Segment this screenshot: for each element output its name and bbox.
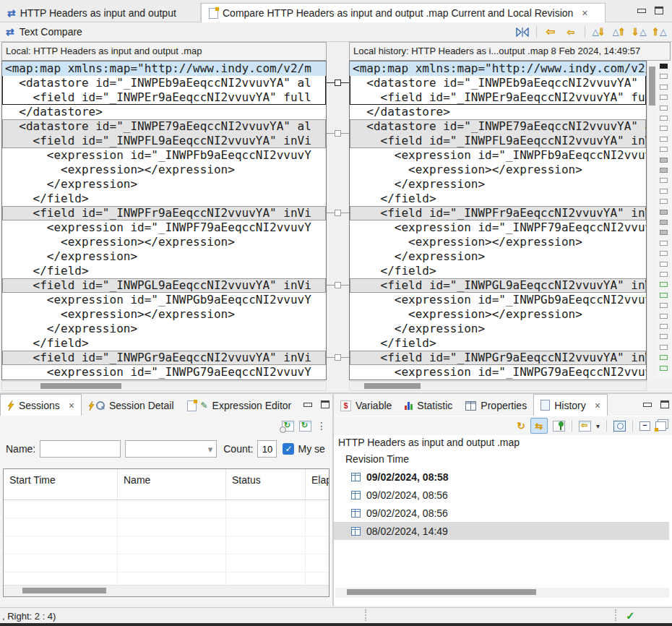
previous-difference-icon[interactable]: △⇑ [611,25,627,39]
ruler-mark[interactable] [660,314,668,319]
code-line[interactable]: </expression> [350,322,646,336]
code-line[interactable]: <map:map xmlns:map="http://www.indy.com/… [350,61,646,76]
code-line[interactable]: <field id="_INWPFr9aEeqccNI2vvuvYA" inVi [2,206,326,220]
code-line[interactable]: </field> [350,264,646,278]
tab-statistic[interactable]: Statistic [398,395,459,416]
diff-connector-handle[interactable] [335,130,341,137]
code-line[interactable]: </expression> [2,322,326,336]
code-left[interactable]: <map:map xmlns:map="http://www.indy.com/… [1,61,327,380]
vertical-scrollbar[interactable] [647,61,656,380]
code-line[interactable]: <field id="_INWPGL9aEeqccNI2vvuvYA" inVi [2,278,326,293]
pin-view-icon[interactable] [553,421,565,432]
ruler-mark[interactable] [660,178,668,183]
next-change-icon[interactable]: ⇓△ [632,25,647,39]
code-line[interactable]: <expression id="_INWPFb9aEeqccNI2vvuvY [350,148,646,163]
code-line[interactable]: <expression></expression> [350,235,646,249]
code-line[interactable]: </field> [350,192,646,206]
ruler-mark[interactable] [660,126,668,131]
maximize-button[interactable] [660,400,669,408]
revision-row[interactable]: 09/02/2024, 08:56 [334,504,669,522]
maximize-button[interactable] [655,7,663,14]
code-line[interactable]: <map:map xmlns:map="http://www.indy.com/… [2,61,326,76]
ruler-mark[interactable] [660,324,668,329]
diff-connector-handle[interactable] [335,354,341,361]
diff-connector-handle[interactable] [335,210,341,216]
code-line[interactable]: </datastore> [2,105,326,119]
tab-session-detail[interactable]: Session Detail [82,395,181,416]
tab-expression-editor[interactable]: ✎ Expression Editor [181,395,298,416]
previous-change-icon[interactable]: ⇑△ [652,25,668,39]
code-line[interactable]: <field id="_INWPFL9aEeqccNI2vvuvYA" inVi [350,134,646,148]
column-header[interactable]: Status [226,469,306,499]
code-line[interactable]: <datastore id="_INWPEb9aEeqccNI2vvuvYA" … [350,76,646,90]
tab-map-editor[interactable]: ⇄ HTTP Headers as input and output [0,3,201,22]
refresh-icon[interactable]: ↻ [517,420,525,432]
ruler-mark[interactable] [660,293,668,298]
my-sessions-checkbox[interactable]: ✓ [283,443,294,455]
ruler-mark[interactable] [660,74,668,79]
code-line[interactable]: <expression id="_INWPGb9aEeqccNI2vvuvY [350,293,646,307]
left-hscrollbar-thumb[interactable] [40,383,121,389]
ruler-mark[interactable] [660,95,668,100]
ruler-mark[interactable] [660,210,668,215]
right-hscrollbar-thumb[interactable] [364,383,421,389]
name-input[interactable] [40,440,121,458]
auto-refresh-icon[interactable]: ↻ [282,421,294,432]
table-row[interactable] [4,554,329,573]
count-input[interactable] [257,440,277,458]
code-line[interactable]: <expression id="_INWPFb9aEeqccNI2vvuvY [2,148,326,163]
ruler-mark[interactable] [660,64,668,69]
revision-row[interactable]: 09/02/2024, 08:56 [334,486,669,504]
code-line[interactable]: <expression></expression> [2,163,326,177]
ruler-mark[interactable] [660,251,668,256]
history-hscrollbar[interactable] [335,588,669,598]
sessions-table-hscrollbar-thumb[interactable] [22,588,106,593]
code-line[interactable]: </field> [2,192,326,206]
compare-mode-icon[interactable]: ⇦ [579,421,591,432]
code-line[interactable]: <expression></expression> [2,307,326,322]
ruler-mark[interactable] [660,220,668,225]
code-line[interactable]: <expression id="_INWPGb9aEeqccNI2vvuvY [2,293,326,307]
code-line[interactable]: <field id="_INWPEr9aEeqccNI2vvuvYA" full [2,90,326,105]
diff-connector-handle[interactable] [335,282,341,288]
revision-times-icon[interactable] [613,421,626,432]
ruler-mark[interactable] [660,366,668,371]
code-right[interactable]: <map:map xmlns:map="http://www.indy.com/… [349,61,647,380]
sessions-table-hscrollbar[interactable] [4,585,329,596]
vertical-scrollbar-thumb[interactable] [649,67,655,106]
code-line[interactable]: <datastore id="_INWPE79aEeqccNI2vvuvYA" … [350,119,646,134]
ruler-mark[interactable] [660,334,668,339]
ruler-mark[interactable] [660,282,668,287]
code-line[interactable]: </field> [350,336,646,351]
maximize-button[interactable] [321,400,329,408]
revision-time-column-header[interactable]: Revision Time [345,453,409,465]
code-line[interactable]: <expression></expression> [350,163,646,177]
code-line[interactable]: <expression id="_INWPF79aEeqccNI2vvuvY [2,220,326,235]
ruler-mark[interactable] [660,345,668,350]
code-line[interactable]: <expression></expression> [350,307,646,322]
code-line[interactable]: <expression></expression> [2,235,326,249]
code-line[interactable]: <expression id="_INWPG79aEeqccNI2vvuvY [2,365,326,380]
table-row[interactable] [4,536,329,554]
link-with-editor-icon[interactable]: ⇆ [530,418,548,434]
code-line[interactable]: <field id="_INWPGL9aEeqccNI2vvuvYA" inVi [350,278,646,293]
ruler-mark[interactable] [660,230,668,235]
refresh-sessions-icon[interactable]: ↻ [299,421,311,432]
ruler-mark[interactable] [660,189,668,194]
copy-current-right-to-left-icon[interactable]: ⇦ [563,25,579,39]
revision-row[interactable]: 09/02/2024, 08:58 [334,468,669,486]
code-line[interactable]: <field id="_INWPFL9aEeqccNI2vvuvYA" inVi [2,134,326,148]
code-line[interactable]: </field> [2,336,326,351]
close-icon[interactable]: × [69,400,74,411]
right-hscrollbar[interactable] [349,381,647,391]
ruler-mark[interactable] [660,199,668,204]
code-line[interactable]: <datastore id="_INWPE79aEeqccNI2vvuvYA" … [2,119,326,134]
sessions-table[interactable]: Start TimeNameStatusElaps [3,468,329,597]
tab-properties[interactable]: Properties [459,395,533,416]
code-line[interactable]: </expression> [2,249,326,264]
code-line[interactable]: <field id="_INWPGr9aEeqccNI2vvuvYA" inVi [2,351,326,365]
table-row[interactable] [4,518,329,536]
code-line[interactable]: <datastore id="_INWPEb9aEeqccNI2vvuvYA" … [2,76,326,90]
code-line[interactable]: <field id="_INWPGr9aEeqccNI2vvuvYA" inVi [350,351,646,365]
code-line[interactable]: <expression id="_INWPG79aEeqccNI2vvuvY [350,365,646,380]
